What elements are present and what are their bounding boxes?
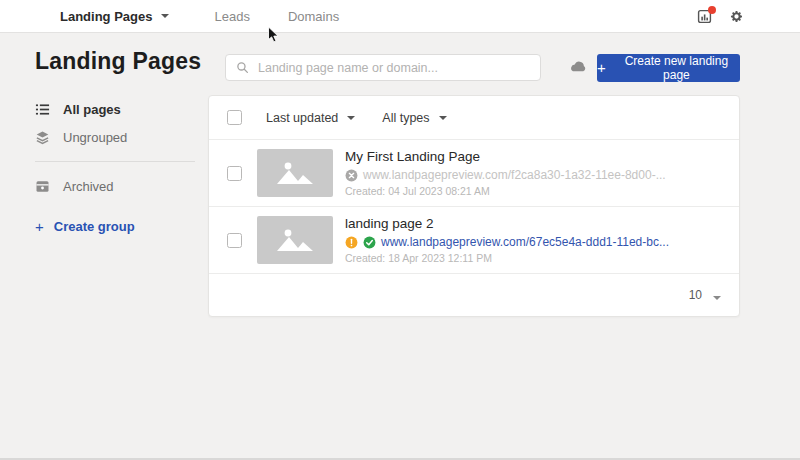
- create-group-label: Create group: [54, 219, 135, 234]
- page-size-value: 10: [689, 288, 702, 302]
- cloud-icon: [569, 60, 588, 74]
- archive-icon: [35, 179, 50, 194]
- select-all-checkbox[interactable]: [227, 110, 242, 125]
- chevron-down-icon: [439, 116, 447, 120]
- created-date: Created: 04 Jul 2023 08:21 AM: [345, 185, 666, 197]
- sort-dropdown-label: Last updated: [266, 111, 338, 125]
- sidebar-item-archived[interactable]: Archived: [35, 172, 195, 200]
- warning-icon: [345, 236, 358, 249]
- sidebar-item-label: Ungrouped: [63, 130, 127, 145]
- landing-page-thumbnail[interactable]: [257, 149, 333, 197]
- sort-dropdown[interactable]: Last updated: [266, 111, 355, 125]
- landing-page-row[interactable]: landing page 2 www.landpagepreview.com/6…: [209, 207, 739, 274]
- nav-link-domains[interactable]: Domains: [288, 9, 339, 24]
- image-placeholder-icon: [273, 225, 317, 255]
- row-checkbox[interactable]: [227, 233, 242, 248]
- settings-button[interactable]: [728, 9, 744, 25]
- landing-page-title: My First Landing Page: [345, 149, 666, 164]
- landing-page-thumbnail[interactable]: [257, 216, 333, 264]
- create-landing-page-label: Create new landing page: [613, 54, 740, 82]
- type-filter-dropdown[interactable]: All types: [382, 111, 446, 125]
- image-placeholder-icon: [273, 158, 317, 188]
- top-nav: Landing Pages Leads Domains: [0, 0, 800, 33]
- plus-icon: +: [35, 218, 44, 235]
- notification-badge: [708, 6, 716, 14]
- nav-link-leads[interactable]: Leads: [214, 9, 249, 24]
- layers-icon: [35, 130, 50, 145]
- create-group-button[interactable]: + Create group: [35, 218, 195, 235]
- whats-new-button[interactable]: [696, 9, 712, 25]
- search-icon: [236, 61, 249, 74]
- landing-page-url[interactable]: www.landpagepreview.com/67ec5e4a-ddd1-11…: [381, 235, 669, 249]
- row-checkbox[interactable]: [227, 166, 242, 181]
- landing-page-url: www.landpagepreview.com/f2ca8a30-1a32-11…: [363, 168, 666, 182]
- landing-page-row[interactable]: My First Landing Page www.landpageprevie…: [209, 140, 739, 207]
- page-title: Landing Pages: [35, 48, 201, 75]
- created-date: Created: 18 Apr 2023 12:11 PM: [345, 252, 669, 264]
- row-details: landing page 2 www.landpagepreview.com/6…: [345, 216, 669, 264]
- sidebar-item-label: Archived: [63, 179, 114, 194]
- list-icon: [35, 102, 50, 117]
- gear-icon: [729, 9, 744, 24]
- plus-icon: +: [597, 60, 606, 75]
- published-icon: [363, 236, 376, 249]
- landing-pages-card: Last updated All types My First Landing …: [208, 95, 740, 317]
- import-button[interactable]: [566, 58, 590, 76]
- search-input[interactable]: [258, 61, 530, 75]
- pagination-bar: 10: [209, 274, 739, 316]
- chevron-down-icon: [161, 14, 169, 18]
- sidebar-divider: [35, 161, 195, 162]
- row-details: My First Landing Page www.landpageprevie…: [345, 149, 666, 197]
- list-toolbar: Last updated All types: [209, 96, 739, 140]
- nav-app-switcher[interactable]: Landing Pages: [60, 9, 169, 24]
- nav-app-switcher-label: Landing Pages: [60, 9, 152, 24]
- sidebar: All pages Ungrouped Archived + Create gr…: [35, 95, 195, 235]
- offline-icon: [345, 169, 358, 182]
- chevron-down-icon: [347, 116, 355, 120]
- sidebar-item-ungrouped[interactable]: Ungrouped: [35, 123, 195, 151]
- nav-right-icons: [696, 0, 744, 33]
- url-line: www.landpagepreview.com/67ec5e4a-ddd1-11…: [345, 235, 669, 249]
- chevron-down-icon: [713, 296, 721, 300]
- page-size-dropdown[interactable]: [713, 286, 721, 304]
- create-landing-page-button[interactable]: + Create new landing page: [597, 54, 740, 82]
- landing-page-title: landing page 2: [345, 216, 669, 231]
- sidebar-item-label: All pages: [63, 102, 121, 117]
- url-line: www.landpagepreview.com/f2ca8a30-1a32-11…: [345, 168, 666, 182]
- sidebar-item-all-pages[interactable]: All pages: [35, 95, 195, 123]
- type-filter-label: All types: [382, 111, 429, 125]
- search-box: [225, 54, 541, 81]
